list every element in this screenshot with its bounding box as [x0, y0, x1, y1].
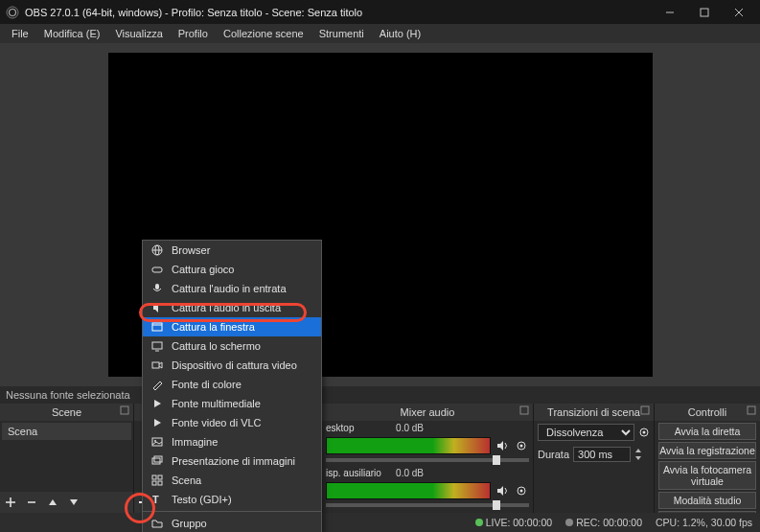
svg-rect-31 — [152, 342, 162, 349]
controls-body: Avvia la diretta Avvia la registrazione … — [655, 421, 760, 513]
mixer-slider[interactable] — [326, 503, 529, 507]
ctx-fonte-colore[interactable]: Fonte di colore — [143, 375, 321, 394]
gamepad-icon — [150, 263, 164, 276]
ctx-dispositivo-video[interactable]: Dispositivo di cattura video — [143, 356, 321, 375]
selection-info-bar: Nessuna fonte selezionata — [0, 386, 760, 404]
folder-icon — [150, 517, 164, 530]
svg-rect-28 — [155, 284, 159, 289]
scene-list-item[interactable]: Scena — [2, 423, 131, 440]
panel-title-mixer: Mixer audio — [401, 406, 455, 418]
scenes-list[interactable]: Scena — [0, 421, 133, 492]
ctx-testo[interactable]: TTesto (GDI+) — [143, 490, 321, 509]
mute-button[interactable] — [495, 438, 510, 453]
panel-header-controls: Controlli — [655, 404, 760, 421]
ctx-gruppo[interactable]: Gruppo — [143, 514, 321, 532]
globe-icon — [150, 243, 164, 257]
panel-title-transitions: Transizioni di scena — [547, 406, 640, 418]
studio-mode-button[interactable]: Modalità studio — [658, 492, 756, 509]
speaker-icon — [150, 301, 164, 314]
rec-dot-icon — [565, 519, 573, 526]
ctx-cattura-schermo[interactable]: Cattura lo schermo — [143, 336, 321, 356]
svg-rect-23 — [748, 406, 755, 414]
mute-button[interactable] — [495, 483, 510, 498]
status-rec: REC: 00:00:00 — [565, 517, 642, 528]
menu-visualizza[interactable]: Visualizza — [107, 26, 170, 41]
menu-collezione-scene[interactable]: Collezione scene — [216, 26, 311, 41]
svg-rect-34 — [152, 438, 162, 446]
scene-up-button[interactable] — [46, 496, 59, 509]
start-virtualcam-button[interactable]: Avvia la fotocamera virtuale — [658, 461, 756, 490]
ctx-browser[interactable]: Browser — [143, 241, 321, 260]
dock-panels: Scene Scena Fonti Mixer audio — [0, 404, 760, 513]
mixer-label: esktop — [326, 423, 383, 433]
ctx-cattura-gioco[interactable]: Cattura gioco — [143, 260, 321, 279]
svg-point-19 — [520, 490, 523, 493]
status-live: LIVE: 00:00:00 — [475, 517, 552, 528]
live-dot-icon — [475, 519, 483, 526]
ctx-scena[interactable]: Scena — [143, 471, 321, 490]
obs-app-icon — [6, 6, 19, 19]
svg-rect-41 — [158, 481, 162, 485]
mixer-body: esktop 0.0 dB isp. ausiliario 0.0 dB — [322, 421, 533, 513]
mixer-slider[interactable] — [326, 458, 529, 462]
titlebar: OBS 27.0.1 (64-bit, windows) - Profilo: … — [0, 0, 760, 24]
window-icon — [150, 320, 164, 334]
svg-rect-3 — [701, 9, 708, 16]
undock-icon[interactable] — [120, 405, 129, 415]
svg-rect-33 — [152, 362, 159, 368]
panel-mixer: Mixer audio esktop 0.0 dB isp. ausiliari… — [322, 404, 534, 513]
transition-duration-input[interactable] — [573, 447, 631, 462]
ctx-fonte-vlc[interactable]: Fonte video di VLC — [143, 413, 321, 432]
panel-header-mixer: Mixer audio — [322, 404, 533, 421]
ctx-audio-out[interactable]: Cattura l'audio in uscita — [143, 298, 321, 317]
image-icon — [150, 435, 164, 449]
svg-rect-20 — [641, 406, 649, 414]
start-stream-button[interactable]: Avvia la diretta — [658, 423, 756, 440]
scene-icon — [150, 474, 164, 487]
transitions-body: Dissolvenza Durata — [534, 421, 654, 513]
start-record-button[interactable]: Avvia la registrazione — [658, 442, 756, 459]
svg-rect-38 — [152, 475, 156, 479]
transition-select[interactable]: Dissolvenza — [538, 424, 634, 441]
svg-rect-40 — [152, 481, 156, 485]
ctx-cattura-finestra[interactable]: Cattura la finestra — [143, 317, 321, 336]
scene-add-button[interactable] — [4, 496, 17, 509]
channel-settings-button[interactable] — [514, 438, 529, 453]
menu-modifica[interactable]: Modifica (E) — [36, 26, 108, 41]
stepper-icon[interactable] — [634, 448, 642, 461]
transition-settings-button[interactable] — [638, 427, 650, 438]
menu-profilo[interactable]: Profilo — [171, 26, 216, 41]
svg-rect-27 — [152, 267, 162, 272]
minimize-button[interactable] — [653, 2, 687, 23]
panel-title-scenes: Scene — [52, 406, 81, 418]
play-icon — [150, 416, 164, 429]
menu-file[interactable]: File — [4, 26, 36, 41]
ctx-fonte-multimediale[interactable]: Fonte multimediale — [143, 394, 321, 413]
menu-aiuto[interactable]: Aiuto (H) — [372, 26, 428, 41]
menu-strumenti[interactable]: Strumenti — [311, 26, 372, 41]
selection-info-text: Nessuna fonte selezionata — [6, 389, 130, 401]
channel-settings-button[interactable] — [514, 483, 529, 498]
panel-header-scenes: Scene — [0, 404, 133, 421]
panel-scenes: Scene Scena — [0, 404, 134, 513]
ctx-audio-in[interactable]: Cattura l'audio in entrata — [143, 279, 321, 298]
ctx-presentazione[interactable]: Presentazione di immagini — [143, 451, 321, 471]
mixer-meter — [326, 482, 491, 499]
ctx-immagine[interactable]: Immagine — [143, 432, 321, 451]
mixer-db-value: 0.0 dB — [387, 423, 424, 433]
panel-header-transitions: Transizioni di scena — [534, 404, 654, 421]
maximize-button[interactable] — [687, 2, 722, 23]
svg-rect-37 — [154, 456, 162, 462]
camera-icon — [150, 359, 164, 372]
scene-remove-button[interactable] — [25, 496, 38, 509]
undock-icon[interactable] — [747, 405, 756, 415]
undock-icon[interactable] — [640, 405, 650, 415]
scene-down-button[interactable] — [67, 496, 81, 509]
settings-button[interactable]: Impostazioni — [658, 511, 756, 513]
undock-icon[interactable] — [519, 405, 529, 415]
menu-separator — [143, 511, 321, 512]
svg-rect-15 — [520, 406, 528, 414]
panel-controls: Controlli Avvia la diretta Avvia la regi… — [655, 404, 760, 513]
close-button[interactable] — [722, 2, 756, 23]
svg-rect-36 — [152, 458, 160, 464]
